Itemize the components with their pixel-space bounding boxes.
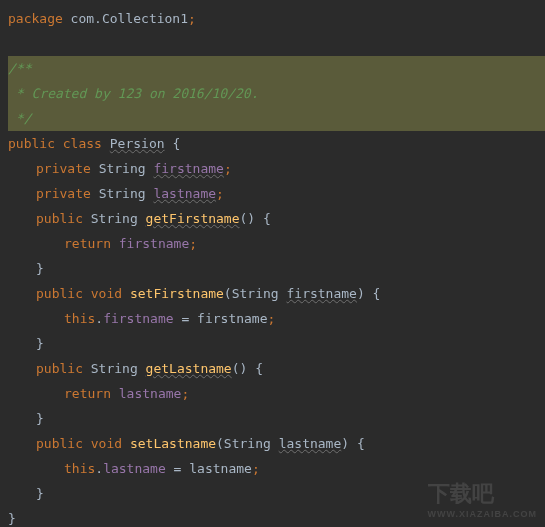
field-lastname-decl[interactable]: private String lastname; bbox=[8, 181, 545, 206]
return-lastname[interactable]: return lastname; bbox=[8, 381, 545, 406]
field-firstname: firstname bbox=[153, 161, 223, 176]
keyword-package: package bbox=[8, 11, 63, 26]
field-firstname-decl[interactable]: private String firstname; bbox=[8, 156, 545, 181]
assign-firstname[interactable]: this.firstname = firstname; bbox=[8, 306, 545, 331]
assign-lastname[interactable]: this.lastname = lastname; bbox=[8, 456, 545, 481]
method-setLastname: setLastname bbox=[130, 436, 216, 451]
return-firstname[interactable]: return firstname; bbox=[8, 231, 545, 256]
method-getFirstname: getFirstname bbox=[146, 211, 240, 226]
doc-close: */ bbox=[8, 111, 31, 126]
keyword-class: class bbox=[63, 136, 102, 151]
package-name: com.Collection1 bbox=[63, 11, 188, 26]
param-lastname: lastname bbox=[279, 436, 342, 451]
code-editor[interactable]: package com.Collection1; /** * Created b… bbox=[0, 0, 545, 527]
class-decl[interactable]: public class Persion { bbox=[8, 131, 545, 156]
doc-comment-block[interactable]: /** * Created by 123 on 2016/10/20. */ bbox=[8, 56, 545, 131]
method-setFirstname: setFirstname bbox=[130, 286, 224, 301]
brace-close[interactable]: } bbox=[8, 331, 545, 356]
field-lastname: lastname bbox=[153, 186, 216, 201]
semicolon: ; bbox=[188, 11, 196, 26]
class-brace-close[interactable]: } bbox=[8, 506, 545, 527]
method-getLastname: getLastname bbox=[146, 361, 232, 376]
setFirstname-decl[interactable]: public void setFirstname(String firstnam… bbox=[8, 281, 545, 306]
brace-close[interactable]: } bbox=[8, 256, 545, 281]
brace-close[interactable]: } bbox=[8, 406, 545, 431]
brace-close[interactable]: } bbox=[8, 481, 545, 506]
keyword-public: public bbox=[8, 136, 55, 151]
param-firstname: firstname bbox=[286, 286, 356, 301]
class-name: Persion bbox=[110, 136, 165, 151]
getFirstname-decl[interactable]: public String getFirstname() { bbox=[8, 206, 545, 231]
blank-line[interactable] bbox=[8, 31, 545, 56]
getLastname-decl[interactable]: public String getLastname() { bbox=[8, 356, 545, 381]
setLastname-decl[interactable]: public void setLastname(String lastname)… bbox=[8, 431, 545, 456]
doc-open: /** bbox=[8, 61, 31, 76]
line-package[interactable]: package com.Collection1; bbox=[8, 6, 545, 31]
doc-text: * Created by 123 on 2016/10/20. bbox=[8, 86, 258, 101]
brace-open: { bbox=[172, 136, 180, 151]
